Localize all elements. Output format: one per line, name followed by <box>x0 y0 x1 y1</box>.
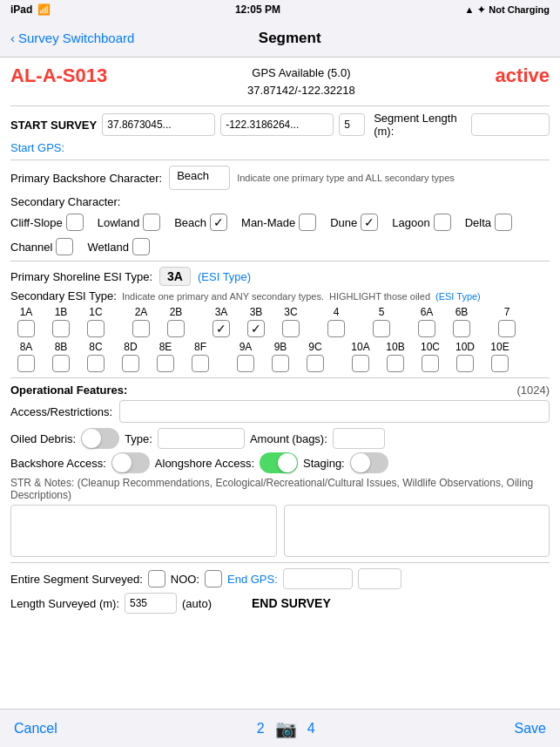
esi-checkbox[interactable] <box>237 355 254 372</box>
esi-checkbox[interactable] <box>422 355 439 372</box>
esi-checkbox[interactable] <box>52 320 70 337</box>
esi-col-label: 8C <box>89 341 102 353</box>
camera-icon[interactable]: 📷 <box>275 718 297 739</box>
entire-segment-checkbox[interactable] <box>148 570 165 587</box>
status-left: iPad 📶 <box>10 3 51 16</box>
seg-num-input[interactable] <box>339 113 365 136</box>
esi-checkbox[interactable] <box>387 355 404 372</box>
access-input[interactable] <box>119 400 550 423</box>
checkbox-box[interactable] <box>143 214 160 231</box>
esi-checkbox[interactable] <box>157 355 174 372</box>
checkbox-item[interactable]: Lagoon <box>392 214 450 231</box>
seg-length-input[interactable] <box>471 113 550 136</box>
secondary-esi-link[interactable]: (ESI Type) <box>435 291 481 302</box>
esi-checkbox[interactable] <box>491 355 509 372</box>
esi-checkbox[interactable]: ✓ <box>247 320 265 337</box>
gps-info: GPS Available (5.0) 37.87142/-122.32218 <box>247 65 355 98</box>
active-badge: active <box>496 65 550 87</box>
esi-checkbox[interactable] <box>272 355 289 372</box>
checkbox-item[interactable]: Channel <box>10 238 73 255</box>
esi-checkbox[interactable] <box>498 320 516 337</box>
start-survey-label: START SURVEY <box>10 119 97 132</box>
checkbox-box[interactable] <box>66 214 84 231</box>
end-gps-label[interactable]: End GPS: <box>227 573 278 586</box>
esi-checkbox[interactable] <box>17 320 35 337</box>
type-input[interactable] <box>158 428 245 449</box>
noo-checkbox[interactable] <box>205 570 222 587</box>
esi-col-label: 10E <box>490 341 509 353</box>
checkbox-box[interactable]: ✓ <box>210 214 227 231</box>
esi-checkbox[interactable] <box>373 320 390 337</box>
esi-checkbox[interactable] <box>132 320 150 337</box>
checkbox-box[interactable] <box>299 214 316 231</box>
battery-label: Not Charging <box>489 4 550 15</box>
checkbox-item[interactable]: Lowland <box>98 214 160 231</box>
esi-col-label: 10B <box>386 341 404 353</box>
end-survey-label: END SURVEY <box>252 596 331 610</box>
checkbox-box[interactable] <box>132 238 150 255</box>
backshore-row: Backshore Access: Alongshore Access: Sta… <box>10 452 550 473</box>
esi-checkbox[interactable] <box>282 320 300 337</box>
checkbox-item[interactable]: Beach✓ <box>174 214 227 231</box>
esi-checkbox[interactable] <box>122 355 139 372</box>
coord1-input[interactable] <box>102 113 215 136</box>
secondary-esi-row: Secondary ESI Type: Indicate one primary… <box>10 289 550 302</box>
secondary-esi-hint: Indicate one primary and ANY secondary t… <box>122 291 324 302</box>
esi-col: 10A <box>345 341 376 372</box>
oiled-debris-toggle[interactable] <box>81 428 119 449</box>
checkbox-box[interactable]: ✓ <box>361 214 378 231</box>
cancel-button[interactable]: Cancel <box>14 721 57 737</box>
esi-checkbox[interactable] <box>167 320 185 337</box>
checkbox-item[interactable]: Wetland <box>87 238 149 255</box>
esi-checkbox[interactable] <box>418 320 435 337</box>
primary-esi-link[interactable]: (ESI Type) <box>198 270 251 283</box>
esi-col-label: 8D <box>124 341 137 353</box>
page-num-left[interactable]: 2 <box>257 721 265 737</box>
primary-esi-value: 3A <box>159 267 191 286</box>
length-surveyed-input[interactable] <box>125 593 177 614</box>
staging-knob <box>351 453 370 472</box>
esi-col: 8A <box>10 341 42 372</box>
oiled-debris-knob <box>82 429 101 448</box>
primary-backshore-dropdown[interactable]: Beach <box>169 166 230 190</box>
start-gps-label[interactable]: Start GPS: <box>10 141 550 154</box>
oiled-debris-label: Oiled Debris: <box>10 432 76 445</box>
checkbox-item[interactable]: Delta <box>465 214 512 231</box>
header-row: AL-A-S013 GPS Available (5.0) 37.87142/-… <box>10 65 550 98</box>
esi-checkbox[interactable] <box>87 320 105 337</box>
save-button[interactable]: Save <box>515 721 546 737</box>
alongshore-toggle[interactable] <box>260 452 298 473</box>
page-num-right[interactable]: 4 <box>307 721 315 737</box>
esi-col: 1C <box>80 306 111 337</box>
esi-col-label: 10D <box>455 341 475 353</box>
checkbox-item[interactable]: Cliff-Slope <box>10 214 84 231</box>
back-button[interactable]: ‹ Survey Switchboard <box>10 31 134 45</box>
staging-toggle[interactable] <box>350 452 388 473</box>
esi-col-label: 8B <box>55 341 68 353</box>
esi-checkbox[interactable] <box>52 355 70 372</box>
checkbox-box[interactable] <box>495 214 512 231</box>
note-textarea-right[interactable] <box>284 505 550 557</box>
checkbox-item[interactable]: Dune✓ <box>330 214 378 231</box>
checkbox-box[interactable] <box>56 238 73 255</box>
esi-checkbox[interactable] <box>307 355 324 372</box>
esi-checkbox[interactable] <box>327 320 345 337</box>
esi-col: 8F <box>185 341 216 372</box>
coord2-input[interactable] <box>220 113 334 136</box>
esi-col-label: 8E <box>159 341 172 353</box>
esi-checkbox[interactable] <box>352 355 369 372</box>
checkbox-item[interactable]: Man-Made <box>241 214 316 231</box>
esi-checkbox[interactable] <box>453 320 470 337</box>
esi-checkbox[interactable] <box>456 355 474 372</box>
backshore-label: Backshore Access: <box>10 457 106 470</box>
esi-checkbox[interactable] <box>192 355 209 372</box>
end-gps-input[interactable] <box>283 568 353 589</box>
esi-checkbox[interactable]: ✓ <box>213 320 230 337</box>
backshore-toggle[interactable] <box>111 452 150 473</box>
end-gps-input2[interactable] <box>358 568 401 589</box>
note-textarea-left[interactable] <box>10 505 277 557</box>
checkbox-box[interactable] <box>434 214 451 231</box>
esi-checkbox[interactable] <box>87 355 105 372</box>
amount-input[interactable] <box>333 428 385 449</box>
esi-checkbox[interactable] <box>17 355 35 372</box>
